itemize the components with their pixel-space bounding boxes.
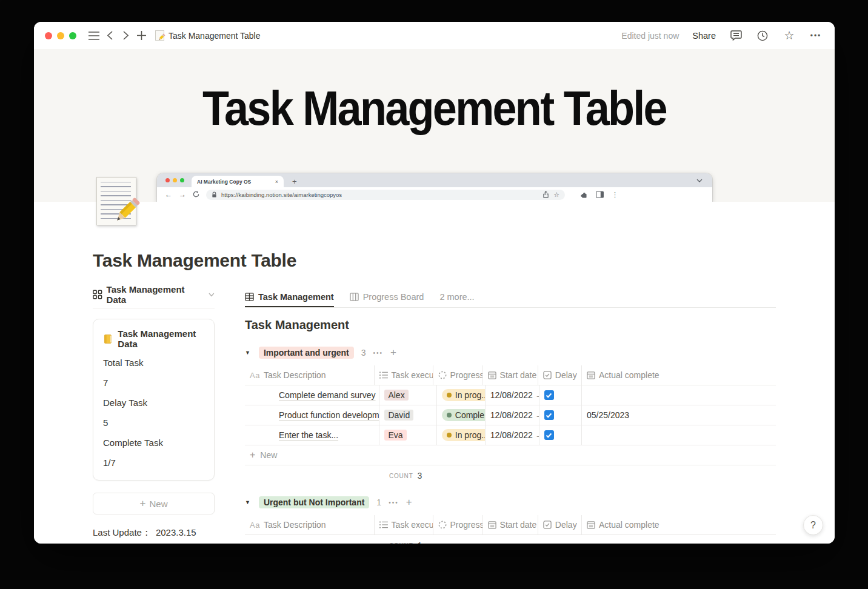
favorite-star-icon[interactable]: ☆ xyxy=(781,28,797,44)
back-button[interactable] xyxy=(102,28,118,44)
progress-cell[interactable]: In prog... xyxy=(437,425,486,445)
stat-value: 5 xyxy=(103,417,204,429)
count-row[interactable]: COUNT 1 xyxy=(245,535,776,544)
last-update-value: 2023.3.15 xyxy=(156,527,196,539)
delay-cell[interactable] xyxy=(539,405,582,425)
calendar-icon xyxy=(587,521,595,529)
task-title-cell[interactable]: Complete demand survey xyxy=(245,385,379,405)
browser-zoom-dot xyxy=(180,178,184,182)
comments-icon[interactable] xyxy=(728,28,744,44)
close-window-button[interactable] xyxy=(45,32,52,39)
page-icon[interactable] xyxy=(96,177,136,225)
group-count: 3 xyxy=(361,348,366,358)
forward-button[interactable] xyxy=(118,28,133,44)
group-header-important-urgent: ▼ Important and urgent 3 ••• + xyxy=(245,345,776,361)
status-dot xyxy=(447,413,452,418)
count-value: 3 xyxy=(418,471,422,481)
checked-checkbox[interactable] xyxy=(544,410,554,420)
checked-checkbox[interactable] xyxy=(544,430,554,440)
window-controls xyxy=(45,32,76,39)
collapse-toggle-icon[interactable]: ▼ xyxy=(245,499,250,505)
list-property-icon xyxy=(379,371,388,379)
checked-checkbox[interactable] xyxy=(544,390,554,400)
person-tag: Alex xyxy=(384,390,408,401)
group-add-icon[interactable]: + xyxy=(390,347,396,359)
more-options-icon[interactable]: ••• xyxy=(808,28,824,44)
actual-complete-cell[interactable] xyxy=(582,425,776,445)
column-header-progress[interactable]: Progress xyxy=(433,365,483,385)
table-row[interactable]: Product function development and d David… xyxy=(245,405,776,425)
group-options-icon[interactable]: ••• xyxy=(389,499,399,506)
task-title-cell[interactable]: Enter the task... xyxy=(245,425,379,445)
executor-cell[interactable]: David xyxy=(379,405,436,425)
group-options-icon[interactable]: ••• xyxy=(373,350,384,356)
checkbox-property-icon xyxy=(543,521,552,529)
tab-task-management[interactable]: Task Management xyxy=(245,287,334,307)
progress-cell[interactable]: In prog... xyxy=(437,385,486,405)
group-add-icon[interactable]: + xyxy=(406,496,412,508)
board-view-icon xyxy=(350,293,359,301)
column-header-progress[interactable]: Progress xyxy=(433,515,483,534)
browser-tabstrip: AI Marketing Copy OS × + xyxy=(157,173,712,187)
stat-value: 7 xyxy=(103,377,204,389)
plus-icon: + xyxy=(140,497,146,510)
column-header-task-description[interactable]: AaTask Description xyxy=(245,365,375,385)
calendar-icon xyxy=(587,371,595,379)
tab-label: Progress Board xyxy=(363,292,424,302)
column-header-task-executor[interactable]: Task executor xyxy=(375,515,433,534)
start-date-cell[interactable]: 12/08/2022 → 12 xyxy=(486,425,539,445)
last-update: Last Update： 2023.3.15 xyxy=(93,527,215,539)
zoom-window-button[interactable] xyxy=(69,32,76,39)
tab-progress-board[interactable]: Progress Board xyxy=(350,287,424,307)
collapse-toggle-icon[interactable]: ▼ xyxy=(245,350,250,356)
new-row-button[interactable]: + New xyxy=(245,445,776,465)
column-header-start-date[interactable]: Start date xyxy=(483,365,538,385)
start-date-cell[interactable]: 12/08/2022 → 12 xyxy=(486,405,539,425)
bookmark-star-icon: ☆ xyxy=(553,191,559,199)
help-button[interactable]: ? xyxy=(803,515,823,535)
column-header-delay[interactable]: Delay xyxy=(538,515,582,534)
data-card[interactable]: Task Management Data Total Task 7 Delay … xyxy=(93,319,215,481)
history-clock-icon[interactable] xyxy=(755,28,770,44)
share-button[interactable]: Share xyxy=(692,31,716,41)
browser-close-dot xyxy=(165,178,170,182)
actual-complete-cell[interactable]: 05/25/2023 xyxy=(582,405,776,425)
start-date-cell[interactable]: 12/08/2022 → 12 xyxy=(486,385,539,405)
share-icon xyxy=(542,191,549,198)
tab-more-views[interactable]: 2 more... xyxy=(439,287,474,307)
minimize-window-button[interactable] xyxy=(57,32,64,39)
breadcrumb[interactable]: Task Management Table xyxy=(155,30,261,41)
column-header-actual-complete[interactable]: Actual complete xyxy=(582,515,776,534)
group-name-pill[interactable]: Urgent but Not Important xyxy=(259,496,369,508)
column-header-task-executor[interactable]: Task executor xyxy=(375,365,433,385)
count-row[interactable]: COUNT 3 xyxy=(245,465,776,486)
column-header-start-date[interactable]: Start date xyxy=(483,515,538,534)
count-value: 1 xyxy=(418,541,422,544)
table-row[interactable]: Complete demand survey Alex In prog... 1… xyxy=(245,385,776,405)
delay-cell[interactable] xyxy=(539,425,582,445)
column-header-delay[interactable]: Delay xyxy=(538,365,582,385)
gallery-view-icon xyxy=(93,290,102,299)
actual-complete-cell[interactable] xyxy=(582,385,776,405)
table-row[interactable]: Enter the task... Eva In prog... 12/08/2… xyxy=(245,425,776,445)
calendar-icon xyxy=(488,521,496,529)
sidebar-menu-icon[interactable] xyxy=(86,28,102,44)
new-record-button[interactable]: + New xyxy=(93,493,215,514)
stat-label: Complete Task xyxy=(103,437,204,449)
executor-cell[interactable]: Eva xyxy=(379,425,436,445)
group-name-pill[interactable]: Important and urgent xyxy=(259,347,354,359)
new-record-label: New xyxy=(149,499,167,509)
task-table: AaTask Description Task executor Progres… xyxy=(245,365,776,486)
task-title-cell[interactable]: Product function development and d xyxy=(245,405,379,425)
column-header-task-description[interactable]: AaTask Description xyxy=(245,515,375,534)
status-dot xyxy=(447,433,452,438)
linked-view-switcher[interactable]: Task Management Data xyxy=(93,287,215,302)
progress-cell[interactable]: Comple... xyxy=(437,405,486,425)
view-tabs: Task Management Progress Board 2 more... xyxy=(245,287,776,308)
person-tag: David xyxy=(384,410,413,421)
column-header-actual-complete[interactable]: Actual complete xyxy=(582,365,776,385)
executor-cell[interactable]: Alex xyxy=(379,385,436,405)
toolbar-page-title: Task Management Table xyxy=(169,31,261,41)
delay-cell[interactable] xyxy=(539,385,582,405)
new-tab-button[interactable] xyxy=(133,28,149,44)
